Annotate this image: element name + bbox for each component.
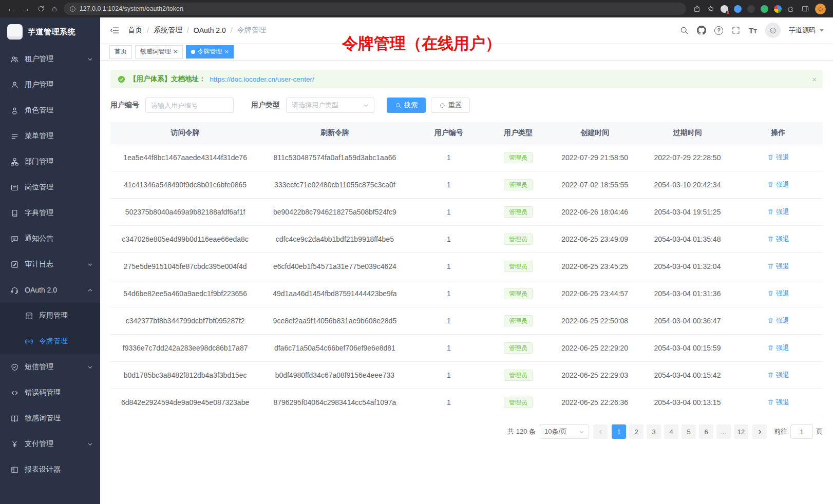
app-logo-row[interactable]: 芋道管理系统: [0, 17, 100, 46]
reset-button[interactable]: 重置: [431, 98, 470, 113]
user-type-badge: 管理员: [504, 370, 533, 381]
extension-green-icon[interactable]: [761, 5, 768, 13]
user-type-badge: 管理员: [504, 288, 533, 299]
colorful-pinwheel-icon[interactable]: [774, 5, 782, 13]
sidebar-item[interactable]: 支付管理: [0, 431, 100, 457]
browser-profile-avatar[interactable]: ☺: [815, 4, 826, 14]
action-cell: 强退: [734, 144, 823, 171]
sidebar: 芋道管理系统 租户管理用户管理角色管理菜单管理部门管理岗位管理字典管理通知公告审…: [0, 17, 100, 504]
page-button[interactable]: 3: [647, 424, 661, 439]
next-page-button[interactable]: [752, 424, 767, 439]
force-logout-button[interactable]: 强退: [767, 180, 789, 189]
page-button[interactable]: 4: [664, 424, 678, 439]
sidebar-item[interactable]: 菜单管理: [0, 123, 100, 149]
sidebar-item[interactable]: 岗位管理: [0, 175, 100, 200]
sidebar-item[interactable]: 部门管理: [0, 149, 100, 175]
caret-down-icon[interactable]: [820, 29, 824, 32]
force-logout-button[interactable]: 强退: [767, 316, 789, 325]
extension-red-icon[interactable]: [721, 5, 728, 13]
refresh-token-cell: e6cfd40eb1f54571a31e775e039c4624: [260, 253, 409, 280]
force-logout-button[interactable]: 强退: [767, 153, 789, 162]
bookmark-star-icon[interactable]: [707, 5, 715, 13]
force-logout-button[interactable]: 强退: [767, 398, 789, 407]
user-type-badge: 管理员: [504, 397, 533, 408]
tab-item[interactable]: 首页: [109, 45, 132, 59]
page-ellipsis[interactable]: ...: [716, 424, 731, 439]
force-logout-button[interactable]: 强退: [767, 262, 789, 271]
browser-back-icon[interactable]: ←: [7, 5, 15, 13]
access-token-cell: 6d842e2924594de9a09e45e087323abe: [110, 389, 260, 416]
force-logout-button[interactable]: 强退: [767, 235, 789, 244]
breadcrumb-item[interactable]: 系统管理: [154, 26, 182, 35]
sidebar-item[interactable]: 字典管理: [0, 200, 100, 226]
user-name[interactable]: 芋道源码: [789, 26, 816, 35]
trash-icon: [767, 317, 774, 324]
sidebar-item[interactable]: 敏感词管理: [0, 405, 100, 431]
sidebar-panel-icon[interactable]: [801, 5, 809, 13]
browser-forward-icon[interactable]: →: [22, 5, 30, 13]
doc-link[interactable]: https://doc.iocoder.cn/user-center/: [210, 75, 314, 83]
app-title: 芋道管理系统: [28, 27, 75, 37]
page-button[interactable]: 2: [629, 424, 643, 439]
force-logout-button[interactable]: 强退: [767, 289, 789, 298]
browser-reload-icon[interactable]: [37, 5, 45, 13]
sidebar-subitem[interactable]: 应用管理: [0, 303, 100, 328]
sidebar-subitem[interactable]: 令牌管理: [0, 328, 100, 354]
sidebar-item[interactable]: OAuth 2.0: [0, 277, 100, 303]
page-button[interactable]: 12: [734, 424, 748, 439]
goto-page-input[interactable]: [790, 424, 813, 439]
page-button[interactable]: 5: [681, 424, 696, 439]
page-button[interactable]: 1: [612, 424, 626, 439]
browser-home-icon[interactable]: ⌂: [52, 5, 57, 13]
extension-blue-icon[interactable]: [734, 5, 742, 13]
access-token-cell: 1ea5e44f8bc1467aaede43144f31de76: [110, 144, 260, 171]
force-logout-button[interactable]: 强退: [767, 207, 789, 217]
user-id-input[interactable]: [145, 98, 234, 113]
sidebar-item[interactable]: 审计日志: [0, 251, 100, 277]
search-button[interactable]: 搜索: [387, 98, 426, 113]
sidebar-item[interactable]: 报表设计器: [0, 457, 100, 482]
help-icon[interactable]: ?: [714, 26, 723, 35]
collapse-sidebar-icon[interactable]: [109, 25, 120, 35]
sidebar-item[interactable]: 通知公告: [0, 226, 100, 251]
sidebar-item[interactable]: 短信管理: [0, 354, 100, 380]
pagination: 共 120 条 10条/页 123456...12 前往 页: [110, 424, 823, 439]
close-alert-icon[interactable]: ×: [812, 75, 817, 84]
close-tab-icon[interactable]: ×: [225, 48, 229, 55]
tab-item[interactable]: 敏感词管理×: [135, 45, 183, 59]
extension-badge: [726, 11, 730, 14]
breadcrumb-separator: /: [187, 26, 189, 34]
address-bar[interactable]: 127.0.0.1:1024/system/oauth2/token: [64, 3, 686, 15]
breadcrumb-separator: /: [231, 26, 233, 34]
user-type-cell: 管理员: [488, 226, 548, 253]
tab-active[interactable]: 令牌管理×: [186, 45, 234, 59]
sidebar-item[interactable]: 用户管理: [0, 72, 100, 98]
sidebar-item[interactable]: 角色管理: [0, 98, 100, 123]
page-button[interactable]: 6: [699, 424, 713, 439]
site-info-icon[interactable]: [69, 6, 76, 12]
table-header-row: 访问令牌 刷新令牌 用户编号 用户类型 创建时间 过期时间 操作: [110, 122, 823, 144]
breadcrumb-item[interactable]: OAuth 2.0: [194, 26, 226, 34]
close-tab-icon[interactable]: ×: [174, 48, 178, 55]
user-id-cell: 1: [410, 199, 488, 226]
user-avatar[interactable]: ☺: [765, 23, 781, 38]
trash-icon: [767, 236, 774, 242]
share-icon[interactable]: [693, 5, 701, 13]
force-logout-button[interactable]: 强退: [767, 371, 789, 380]
page-size-select[interactable]: 10条/页: [540, 424, 589, 439]
expire-time-cell: 2054-03-10 20:42:34: [641, 171, 733, 199]
search-icon[interactable]: [679, 26, 689, 35]
font-size-icon[interactable]: TT: [749, 26, 757, 35]
fullscreen-icon[interactable]: [731, 26, 741, 35]
github-icon[interactable]: [697, 26, 706, 35]
user-type-select[interactable]: 请选择用户类型: [286, 98, 374, 113]
sidebar-item[interactable]: 错误码管理: [0, 380, 100, 405]
force-logout-button[interactable]: 强退: [767, 343, 789, 353]
table-row: 54d6be82ee5a460a9aedc1f9bf22365649d1aa46…: [110, 280, 823, 307]
extension-dark-icon[interactable]: [747, 5, 755, 13]
sidebar-item[interactable]: 租户管理: [0, 46, 100, 72]
prev-page-button[interactable]: [593, 424, 608, 439]
puzzle-extensions-icon[interactable]: [787, 5, 796, 13]
breadcrumb-item[interactable]: 首页: [128, 26, 142, 35]
top-header: 首页/系统管理/OAuth 2.0/令牌管理 ? TT ☺ 芋道源码: [100, 17, 833, 43]
